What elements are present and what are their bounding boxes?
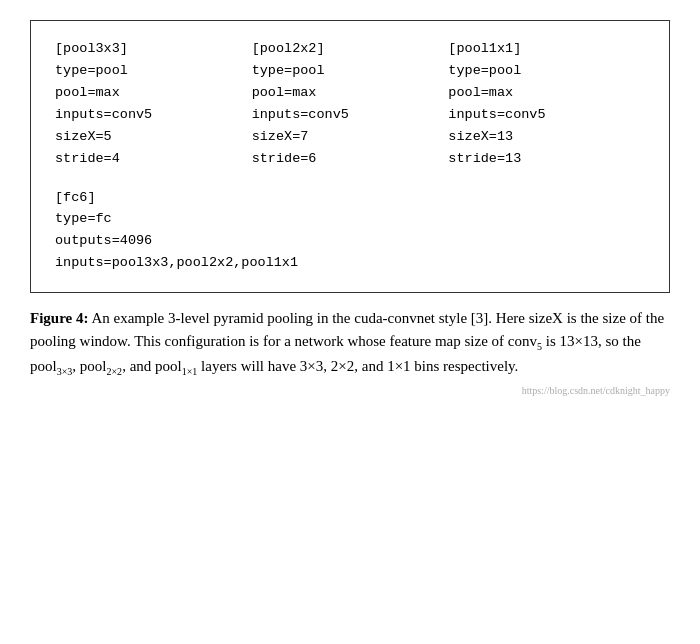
figure-container: [pool3x3] type=pool pool=max inputs=conv…	[30, 20, 670, 396]
fc6-line3: inputs=pool3x3,pool2x2,pool1x1	[55, 253, 645, 274]
fc6-line1: type=fc	[55, 209, 645, 230]
figure-caption: Figure 4: An example 3-level pyramid poo…	[30, 307, 670, 379]
pool2x2-line2: pool=max	[252, 83, 449, 104]
caption-text5: layers will have 3×3, 2×2, and 1×1 bins …	[197, 358, 518, 374]
pool-grid: [pool3x3] type=pool pool=max inputs=conv…	[55, 39, 645, 170]
pool1-subscript: 3×3	[57, 366, 73, 377]
pool3x3-col: [pool3x3] type=pool pool=max inputs=conv…	[55, 39, 252, 170]
pool1x1-line2: pool=max	[448, 83, 645, 104]
caption-text3: , pool	[72, 358, 106, 374]
pool3x3-line5: stride=4	[55, 149, 252, 170]
pool2x2-col: [pool2x2] type=pool pool=max inputs=conv…	[252, 39, 449, 170]
pool2x2-line4: sizeX=7	[252, 127, 449, 148]
figure-box: [pool3x3] type=pool pool=max inputs=conv…	[30, 20, 670, 293]
pool2x2-line1: type=pool	[252, 61, 449, 82]
pool1x1-header: [pool1x1]	[448, 39, 645, 60]
fc6-line2: outputs=4096	[55, 231, 645, 252]
pool3x3-header: [pool3x3]	[55, 39, 252, 60]
watermark: https://blog.csdn.net/cdknight_happy	[30, 385, 670, 396]
pool3-subscript: 1×1	[182, 366, 198, 377]
pool2x2-header: [pool2x2]	[252, 39, 449, 60]
pool2-subscript: 2×2	[106, 366, 122, 377]
pool2x2-line5: stride=6	[252, 149, 449, 170]
pool3x3-line3: inputs=conv5	[55, 105, 252, 126]
fc6-block: [fc6] type=fc outputs=4096 inputs=pool3x…	[55, 188, 645, 275]
pool1x1-line1: type=pool	[448, 61, 645, 82]
pool3x3-line4: sizeX=5	[55, 127, 252, 148]
pool1x1-line3: inputs=conv5	[448, 105, 645, 126]
caption-text4: , and pool	[122, 358, 182, 374]
caption-label: Figure 4:	[30, 310, 88, 326]
pool1x1-line4: sizeX=13	[448, 127, 645, 148]
pool3x3-line2: pool=max	[55, 83, 252, 104]
pool2x2-line3: inputs=conv5	[252, 105, 449, 126]
fc6-header: [fc6]	[55, 188, 645, 209]
pool1x1-col: [pool1x1] type=pool pool=max inputs=conv…	[448, 39, 645, 170]
pool1x1-line5: stride=13	[448, 149, 645, 170]
pool3x3-line1: type=pool	[55, 61, 252, 82]
